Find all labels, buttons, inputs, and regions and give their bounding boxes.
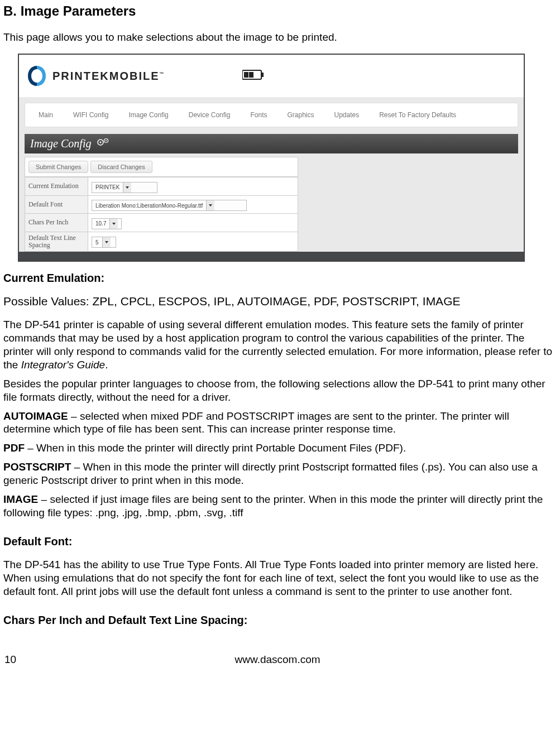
menu-fonts[interactable]: Fonts	[240, 111, 277, 119]
svg-rect-1	[261, 73, 264, 77]
menu-bar: Main WIFI Config Image Config Device Con…	[25, 103, 518, 127]
svg-rect-3	[249, 72, 253, 78]
menu-image-config[interactable]: Image Config	[118, 111, 178, 119]
page-footer: 10 www.dascom.com	[0, 637, 560, 670]
cpi-heading: Chars Per Inch and Default Text Line Spa…	[3, 614, 557, 627]
chevron-down-icon	[109, 219, 118, 229]
svg-rect-2	[244, 72, 248, 78]
menu-wifi-config[interactable]: WIFI Config	[63, 111, 118, 119]
emulation-description-2: Besides the popular printer languages to…	[3, 377, 557, 404]
embedded-screenshot: PRINTEKMOBILE™ Main WIFI Config Image Co…	[18, 54, 557, 262]
menu-main[interactable]: Main	[28, 111, 63, 119]
current-emulation-heading: Current Emulation:	[3, 272, 557, 285]
chevron-down-icon	[206, 200, 214, 210]
menu-reset[interactable]: Reset To Factory Defaults	[369, 111, 466, 119]
intro-text: This page allows you to make selections …	[3, 31, 557, 44]
gear-icon	[97, 137, 110, 150]
logo-bar: PRINTEKMOBILE™	[19, 55, 524, 97]
autoimage-description: AUTOIMAGE – selected when mixed PDF and …	[3, 410, 557, 436]
svg-point-7	[106, 140, 107, 141]
image-config-panel: Image Config Submit Change	[25, 134, 518, 252]
panel-title: Image Config	[30, 137, 91, 150]
image-description: IMAGE – selected if just image files are…	[3, 493, 557, 520]
footer-url: www.dascom.com	[16, 654, 539, 666]
logo-text: PRINTEKMOBILE™	[52, 70, 164, 83]
possible-values: Possible Values: ZPL, CPCL, ESCPOS, IPL,…	[3, 295, 557, 308]
chevron-down-icon	[102, 237, 111, 247]
postscript-description: POSTSCRIPT – When in this mode the print…	[3, 460, 557, 487]
line-spacing-select[interactable]: 5	[92, 237, 116, 248]
printek-logo-icon	[26, 65, 48, 87]
chars-per-inch-select[interactable]: 10.7	[92, 218, 122, 229]
default-font-heading: Default Font:	[3, 535, 557, 548]
menu-graphics[interactable]: Graphics	[277, 111, 324, 119]
battery-icon	[242, 69, 265, 83]
panel-header: Image Config	[25, 134, 518, 153]
chevron-down-icon	[123, 183, 131, 193]
default-font-label: Default Font	[25, 195, 88, 214]
current-emulation-select[interactable]: PRINTEK	[92, 182, 157, 193]
line-spacing-label: Default Text Line Spacing	[25, 232, 88, 251]
emulation-description-1: The DP-541 printer is capable of using s…	[3, 318, 557, 372]
settings-table: Current Emulation PRINTEK Default Font	[25, 177, 298, 252]
pdf-description: PDF – When in this mode the printer will…	[3, 441, 557, 455]
menu-updates[interactable]: Updates	[324, 111, 370, 119]
discard-changes-button[interactable]: Discard Changes	[90, 161, 152, 173]
action-subbar: Submit Changes Discard Changes	[25, 157, 298, 177]
default-font-description: The DP-541 has the ability to use True T…	[3, 558, 557, 598]
page-number: 10	[4, 654, 16, 666]
submit-changes-button[interactable]: Submit Changes	[28, 161, 88, 173]
default-font-select[interactable]: Liberation Mono:LiberationMono-Regular.t…	[92, 200, 247, 211]
chars-per-inch-label: Chars Per Inch	[25, 214, 88, 232]
current-emulation-label: Current Emulation	[25, 177, 88, 196]
section-heading: B. Image Parameters	[3, 3, 557, 19]
svg-point-5	[100, 142, 102, 143]
menu-device-config[interactable]: Device Config	[179, 111, 241, 119]
